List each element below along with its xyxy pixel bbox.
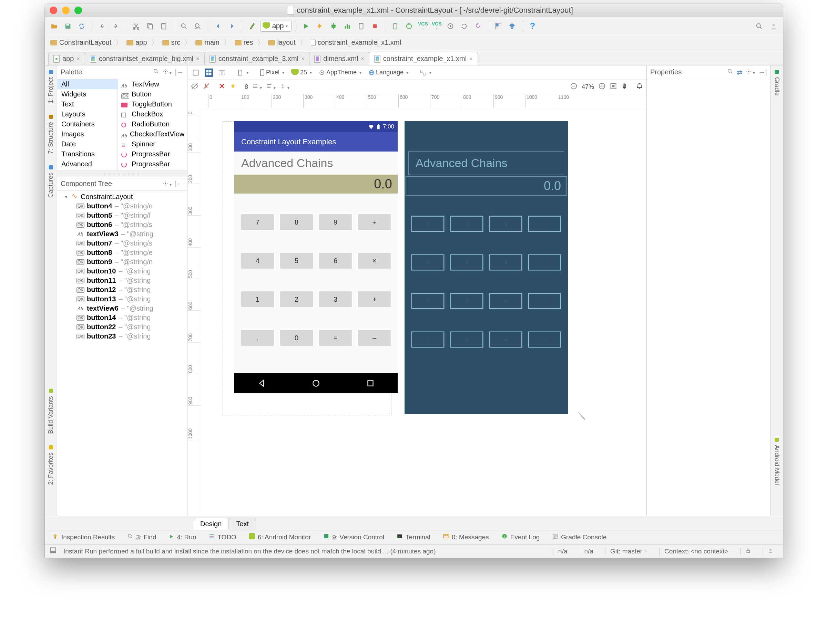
api-selector[interactable]: 25 <box>290 69 313 76</box>
blueprint-button[interactable]: 8 <box>450 216 483 232</box>
close-tab-icon[interactable]: × <box>469 56 473 62</box>
tree-item[interactable]: OKbutton7 – "@string/s <box>57 239 187 248</box>
forward-icon[interactable] <box>226 20 238 32</box>
blueprint-button[interactable]: 1 <box>412 293 444 309</box>
status-context[interactable]: Context: <no context> <box>659 548 733 555</box>
warnings-icon[interactable] <box>636 82 643 92</box>
palette-category[interactable]: Widgets <box>57 89 117 99</box>
tree-item[interactable]: OKbutton12 – "@string <box>57 285 187 294</box>
blueprint-button[interactable]: 5 <box>450 255 483 270</box>
tree-root[interactable]: ▼ ConstraintLayout <box>57 192 187 201</box>
palette-settings-icon[interactable] <box>163 68 172 76</box>
calc-button[interactable]: 7 <box>241 214 274 230</box>
tool-window-button[interactable]: Android Model <box>773 437 780 485</box>
close-tab-icon[interactable]: × <box>301 56 304 62</box>
calc-button[interactable]: – <box>358 330 391 346</box>
palette-widget[interactable]: ≡Spinner <box>118 139 187 149</box>
tree-item[interactable]: OKbutton13 – "@string <box>57 294 187 304</box>
palette-category[interactable]: Images <box>57 129 117 139</box>
language-selector[interactable]: Language <box>367 69 410 76</box>
profile-icon[interactable] <box>342 20 353 32</box>
palette-widget[interactable]: CheckBox <box>118 109 187 119</box>
calc-button[interactable]: + <box>358 291 391 307</box>
run-icon[interactable] <box>300 20 312 32</box>
blueprint-button[interactable]: 2 <box>450 293 483 309</box>
palette-collapse-icon[interactable]: |← <box>175 68 184 76</box>
status-person-icon[interactable] <box>763 548 778 555</box>
tree-collapse-icon[interactable]: |← <box>175 180 184 188</box>
calc-button[interactable]: 1 <box>241 291 274 307</box>
bottom-tool-button[interactable]: 9: Version Control <box>323 533 384 541</box>
calc-button[interactable]: 2 <box>280 291 313 307</box>
pan-icon[interactable] <box>621 82 628 91</box>
calc-button[interactable]: ÷ <box>358 214 391 230</box>
replace-icon[interactable] <box>192 20 204 32</box>
editor-tab[interactable]: constraint_example_x1.xml× <box>369 52 478 65</box>
bottom-tool-button[interactable]: >_Terminal <box>396 533 431 541</box>
bottom-tool-button[interactable]: Gradle Console <box>552 533 607 541</box>
zoom-in-icon[interactable] <box>598 82 606 92</box>
tree-item[interactable]: OKbutton11 – "@string <box>57 276 187 285</box>
hide-constraints-icon[interactable] <box>191 82 198 92</box>
bottom-tool-button[interactable]: 6: Android Monitor <box>249 533 311 541</box>
module-selector[interactable]: app ▾ <box>260 21 292 32</box>
palette-widget[interactable]: AbCheckedTextView <box>118 129 187 139</box>
close-window-icon[interactable] <box>50 6 57 14</box>
blueprint-button[interactable]: ÷ <box>528 216 561 232</box>
bottom-tool-button[interactable]: 0: Messages <box>443 533 489 541</box>
palette-category[interactable]: Date <box>57 139 117 149</box>
tree-item[interactable]: OKbutton9 – "@string/n <box>57 257 187 266</box>
tree-item[interactable]: OKbutton5 – "@string/f <box>57 211 187 220</box>
align-icon[interactable] <box>266 83 276 91</box>
palette-category[interactable]: All <box>57 79 117 89</box>
status-lock-icon[interactable] <box>740 548 756 555</box>
tab-design[interactable]: Design <box>193 518 229 530</box>
blueprint-button[interactable]: 3 <box>489 293 522 309</box>
breadcrumb-item[interactable]: res <box>232 39 255 47</box>
stop-icon[interactable] <box>369 20 381 32</box>
bottom-tool-button[interactable]: TODO <box>209 533 236 541</box>
default-margin[interactable]: 8 <box>245 83 248 90</box>
tree-item[interactable]: AbtextView6 – "@string <box>57 304 187 313</box>
blueprint-button[interactable]: 9 <box>489 216 522 232</box>
save-icon[interactable] <box>62 20 74 32</box>
back-icon[interactable] <box>212 20 224 32</box>
sdk-manager-icon[interactable] <box>506 20 518 32</box>
avd-icon[interactable] <box>389 20 401 32</box>
calc-button[interactable]: 6 <box>319 253 352 269</box>
palette-widget[interactable]: RadioButton <box>118 119 187 129</box>
clear-constraints-icon[interactable] <box>218 82 225 91</box>
variant-icon[interactable] <box>418 69 433 76</box>
help-icon[interactable]: ? <box>526 20 538 32</box>
tree-item[interactable]: OKbutton10 – "@string <box>57 266 187 276</box>
attach-icon[interactable] <box>355 20 367 32</box>
zoom-out-icon[interactable] <box>570 82 577 92</box>
panel-splitter[interactable]: • • • • • • • • <box>57 171 187 177</box>
paste-icon[interactable] <box>158 20 170 32</box>
guideline-icon[interactable] <box>280 83 289 91</box>
bottom-tool-button[interactable]: 3: Find <box>127 533 156 541</box>
close-tab-icon[interactable]: × <box>76 56 80 62</box>
calc-button[interactable]: 3 <box>319 291 352 307</box>
properties-toggle-icon[interactable]: ⇄ <box>737 68 743 76</box>
breadcrumb-item[interactable]: layout <box>266 39 297 47</box>
editor-tab[interactable]: constraint_example_3.xml× <box>204 52 310 65</box>
design-canvas[interactable]: 010020030040050060070080090010001100 010… <box>187 94 646 516</box>
palette-category[interactable]: Transitions <box>57 149 117 159</box>
close-tab-icon[interactable]: × <box>361 56 364 62</box>
theme-selector[interactable]: AppTheme <box>317 69 363 76</box>
vcs-revert-icon[interactable] <box>458 20 470 32</box>
minimize-window-icon[interactable] <box>62 6 70 14</box>
status-corner-icon[interactable] <box>50 547 56 555</box>
undo-icon[interactable] <box>96 20 108 32</box>
breadcrumb-item[interactable]: main <box>193 39 221 47</box>
infer-constraints-icon[interactable] <box>229 82 236 91</box>
palette-search-icon[interactable] <box>153 68 159 76</box>
vcs-commit-icon[interactable]: VCS↑ <box>431 20 442 32</box>
vcs-rollback-icon[interactable] <box>472 20 484 32</box>
palette-widget[interactable]: OKButton <box>118 89 187 99</box>
both-surface-icon[interactable] <box>217 69 227 76</box>
close-tab-icon[interactable]: × <box>196 56 199 62</box>
cut-icon[interactable] <box>130 20 142 32</box>
blueprint-button[interactable]: 0 <box>450 331 483 347</box>
